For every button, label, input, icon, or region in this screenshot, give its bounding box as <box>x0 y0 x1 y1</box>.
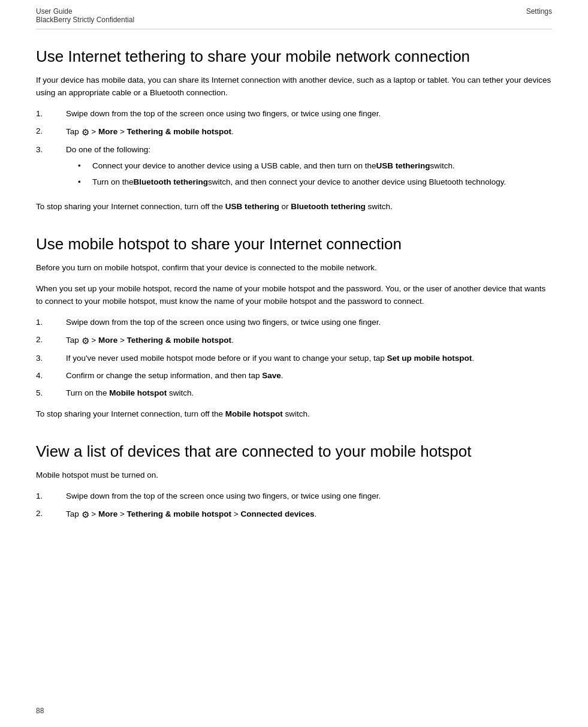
header-title: User Guide <box>36 7 134 16</box>
step-content: Tap ⚙ > More > Tethering & mobile hotspo… <box>66 125 552 139</box>
tethering-label-3: Tethering & mobile hotspot <box>127 509 232 518</box>
step-content: Confirm or change the setup information,… <box>66 370 552 382</box>
step-2-hotspot: 2. Tap ⚙ > More > Tethering & mobile hot… <box>36 334 552 348</box>
usb-tethering-label: USB tethering <box>376 160 430 173</box>
step-content: Tap ⚙ > More > Tethering & mobile hotspo… <box>66 508 552 521</box>
step-number: 1. <box>36 316 66 329</box>
mobile-hotspot-stop-label: Mobile hotspot <box>225 409 283 418</box>
step-number: 1. <box>36 108 66 120</box>
gear-icon: ⚙ <box>82 509 89 520</box>
header-left: User Guide BlackBerry Strictly Confident… <box>36 7 134 24</box>
tethering-label-2: Tethering & mobile hotspot <box>127 336 232 345</box>
step-3-hotspot: 3. If you've never used mobile hotspot m… <box>36 352 552 365</box>
more-label: More <box>98 509 117 518</box>
tethering-label-1: Tethering & mobile hotspot <box>127 127 232 136</box>
step-2-connected: 2. Tap ⚙ > More > Tethering & mobile hot… <box>36 508 552 521</box>
section-mobile-hotspot: Use mobile hotspot to share your Interne… <box>36 235 552 421</box>
header-section-label: Settings <box>526 7 552 16</box>
gear-icon: ⚙ <box>82 127 89 137</box>
step-number: 2. <box>36 125 66 139</box>
step-content: Tap ⚙ > More > Tethering & mobile hotspo… <box>66 334 552 348</box>
step-number: 3. <box>36 352 66 365</box>
setup-mobile-hotspot-label: Set up mobile hotspot <box>387 354 472 363</box>
step-1-connected: 1. Swipe down from the top of the screen… <box>36 490 552 503</box>
stop-sharing-note-1: To stop sharing your Internet connection… <box>36 201 552 213</box>
step-number: 5. <box>36 387 66 400</box>
do-one-of-following-list: Connect your device to another device us… <box>78 160 552 189</box>
bullet-bluetooth-tethering: Turn on the Bluetooth tethering switch, … <box>78 176 552 189</box>
step-number: 3. <box>36 144 66 192</box>
page-number: 88 <box>36 707 44 715</box>
usb-tethering-stop-label: USB tethering <box>225 202 279 211</box>
step-content: Turn on the Mobile hotspot switch. <box>66 387 552 400</box>
section-internet-tethering-intro: If your device has mobile data, you can … <box>36 74 552 99</box>
internet-tethering-steps: 1. Swipe down from the top of the screen… <box>36 108 552 192</box>
step-number: 2. <box>36 334 66 348</box>
section-mobile-hotspot-heading: Use mobile hotspot to share your Interne… <box>36 235 552 254</box>
step-content: Swipe down from the top of the screen on… <box>66 108 552 120</box>
step-1-tethering: 1. Swipe down from the top of the screen… <box>36 108 552 120</box>
step-number: 1. <box>36 490 66 503</box>
save-label: Save <box>262 371 281 380</box>
step-number: 4. <box>36 370 66 382</box>
stop-sharing-note-2: To stop sharing your Internet connection… <box>36 408 552 421</box>
page-wrapper: User Guide BlackBerry Strictly Confident… <box>0 0 588 727</box>
section-internet-tethering: Use Internet tethering to share your mob… <box>36 47 552 213</box>
section-internet-tethering-heading: Use Internet tethering to share your mob… <box>36 47 552 66</box>
page-header: User Guide BlackBerry Strictly Confident… <box>36 7 552 29</box>
step-content: Swipe down from the top of the screen on… <box>66 490 552 503</box>
more-label: More <box>98 336 117 345</box>
connected-devices-label: Connected devices <box>240 509 314 518</box>
step-1-hotspot: 1. Swipe down from the top of the screen… <box>36 316 552 329</box>
section-mobile-hotspot-intro1: Before you turn on mobile hotspot, confi… <box>36 262 552 274</box>
mobile-hotspot-switch-label: Mobile hotspot <box>109 388 167 397</box>
bluetooth-tethering-stop-label: Bluetooth tethering <box>291 202 366 211</box>
step-5-hotspot: 5. Turn on the Mobile hotspot switch. <box>36 387 552 400</box>
mobile-hotspot-steps: 1. Swipe down from the top of the screen… <box>36 316 552 400</box>
section-view-connected-devices-heading: View a list of devices that are connecte… <box>36 442 552 461</box>
step-content: If you've never used mobile hotspot mode… <box>66 352 552 365</box>
step-content: Do one of the following: Connect your de… <box>66 144 552 192</box>
step-4-hotspot: 4. Confirm or change the setup informati… <box>36 370 552 382</box>
section-mobile-hotspot-intro2: When you set up your mobile hotspot, rec… <box>36 283 552 308</box>
step-content: Swipe down from the top of the screen on… <box>66 316 552 329</box>
step-3-tethering: 3. Do one of the following: Connect your… <box>36 144 552 192</box>
bluetooth-tethering-label: Bluetooth tethering <box>134 176 209 189</box>
step-2-tethering: 2. Tap ⚙ > More > Tethering & mobile hot… <box>36 125 552 139</box>
more-label: More <box>98 127 117 136</box>
section-view-connected-devices-intro: Mobile hotspot must be turned on. <box>36 469 552 482</box>
bullet-usb-tethering: Connect your device to another device us… <box>78 160 552 173</box>
step-number: 2. <box>36 508 66 521</box>
view-connected-devices-steps: 1. Swipe down from the top of the screen… <box>36 490 552 521</box>
header-subtitle: BlackBerry Strictly Confidential <box>36 16 134 24</box>
section-view-connected-devices: View a list of devices that are connecte… <box>36 442 552 521</box>
gear-icon: ⚙ <box>82 336 89 346</box>
